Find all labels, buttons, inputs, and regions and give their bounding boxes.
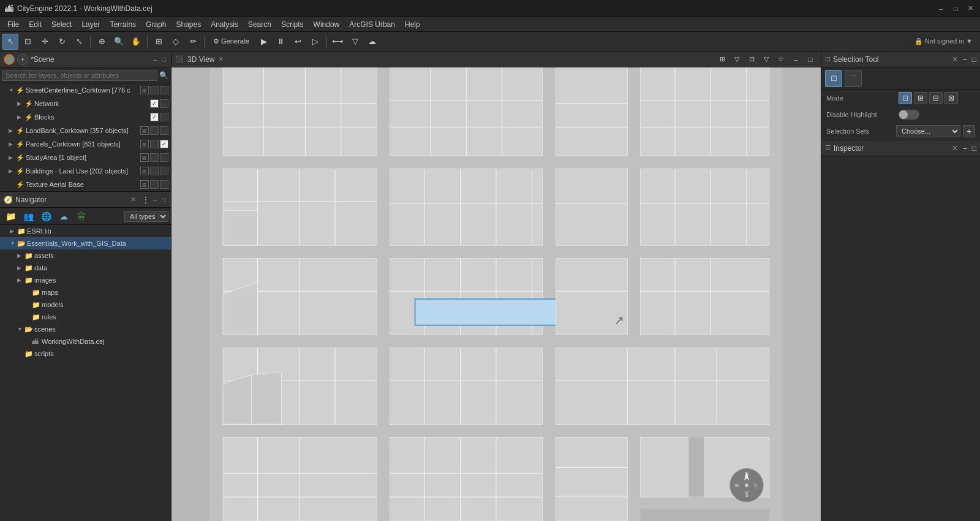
landbank-vis1[interactable]: [150, 126, 159, 135]
measure-opt[interactable]: ▽: [347, 34, 363, 50]
studyarea-sq1[interactable]: ▨: [140, 153, 149, 162]
view-tab-label[interactable]: 3D View: [187, 55, 214, 64]
studyarea-vis2[interactable]: [160, 153, 168, 162]
view-ctrl5[interactable]: ☆: [774, 53, 788, 66]
nav-type-filter[interactable]: All types: [124, 211, 168, 222]
blocks-vis2[interactable]: [160, 113, 168, 121]
gen-opt3[interactable]: ↩: [290, 34, 306, 50]
layer-network[interactable]: ▶ ⚡ Network ✓: [0, 97, 171, 110]
mode-btn-1[interactable]: ⊡: [899, 92, 912, 104]
menu-item-terrains[interactable]: Terrains: [105, 19, 141, 30]
texture-sq1[interactable]: ▨: [140, 180, 149, 189]
menu-item-edit[interactable]: Edit: [24, 19, 47, 30]
maximize-button[interactable]: □: [951, 4, 960, 13]
menu-item-graph[interactable]: Graph: [141, 19, 171, 30]
layer-search-icon[interactable]: 🔍: [159, 71, 168, 80]
buildings-sq1[interactable]: ▨: [140, 167, 149, 175]
menu-item-search[interactable]: Search: [243, 19, 276, 30]
draw-button[interactable]: ✏: [185, 34, 201, 50]
nav-item-scripts[interactable]: 📁 scripts: [0, 348, 171, 360]
menu-item-file[interactable]: File: [2, 19, 24, 30]
texture-vis2[interactable]: [160, 180, 168, 189]
st-expand-btn[interactable]: –: [963, 55, 967, 64]
measure-button[interactable]: ⟷: [330, 34, 346, 50]
selection-tool-close-btn[interactable]: ✕: [952, 55, 958, 64]
texture-vis1[interactable]: [150, 180, 159, 189]
scene-add-btn[interactable]: +: [17, 54, 28, 65]
nav-item-scenes[interactable]: ▼ 📂 scenes: [0, 323, 171, 335]
selection-sets-dropdown[interactable]: Choose...: [896, 125, 960, 137]
menu-item-scripts[interactable]: Scripts: [276, 19, 309, 30]
network-vis1[interactable]: ✓: [150, 99, 159, 108]
streetcenter-vis1[interactable]: [150, 86, 159, 94]
select-lasso-btn[interactable]: ⌒: [845, 70, 862, 87]
mode-btn-4[interactable]: ⊠: [944, 92, 958, 104]
parcels-vis1[interactable]: [150, 140, 159, 148]
blocks-vis1[interactable]: ✓: [150, 113, 159, 121]
buildings-vis1[interactable]: [150, 167, 159, 175]
nav-item-images[interactable]: ▶ 📁 images: [0, 274, 171, 286]
view-ctrl7[interactable]: □: [804, 53, 817, 66]
canvas-area[interactable]: N E S W ↗ Location 327863.30m 4689870.54…: [172, 67, 821, 521]
layer-blocks[interactable]: ▶ ⚡ Blocks ✓: [0, 110, 171, 124]
scale-tool-button[interactable]: ⤡: [71, 34, 87, 50]
nav-item-essentials[interactable]: ▼ 📂 Essentials_Work_with_GIS_Data: [0, 237, 171, 249]
nav-item-data[interactable]: ▶ 📁 data: [0, 262, 171, 274]
layer-buildings[interactable]: ▶ ⚡ Buildings - Land Use [202 objects] ▨: [0, 164, 171, 178]
streetcenter-vis2[interactable]: [160, 86, 168, 94]
minimize-button[interactable]: –: [936, 4, 946, 13]
menu-item-select[interactable]: Select: [47, 19, 77, 30]
nav-item-maps[interactable]: 📁 maps: [0, 286, 171, 299]
disable-highlight-toggle[interactable]: [899, 110, 919, 120]
rotate-tool-button[interactable]: ↻: [54, 34, 70, 50]
navigator-close-btn[interactable]: ✕: [129, 194, 137, 205]
move-tool-button[interactable]: ✛: [37, 34, 53, 50]
menu-item-shapes[interactable]: Shapes: [171, 19, 206, 30]
scene-minimize-btn[interactable]: –: [152, 55, 158, 64]
gen-opt4[interactable]: ▷: [307, 34, 323, 50]
inspector-close-btn[interactable]: ✕: [952, 144, 958, 153]
pan-button[interactable]: ✋: [128, 34, 144, 50]
gen-opt1[interactable]: ▶: [256, 34, 272, 50]
nav-network-btn[interactable]: 🌐: [38, 210, 54, 223]
layer-search-input[interactable]: [2, 70, 157, 81]
network-vis2[interactable]: [160, 99, 168, 108]
view-ctrl4[interactable]: ▽: [760, 53, 773, 66]
view-ctrl2[interactable]: ▽: [730, 53, 744, 66]
layers-button[interactable]: ⊞: [151, 34, 167, 50]
parcels-sq1[interactable]: ▨: [140, 140, 149, 148]
menu-item-analysis[interactable]: Analysis: [206, 19, 243, 30]
landbank-vis2[interactable]: [160, 126, 168, 135]
buildings-vis2[interactable]: [160, 167, 168, 175]
inspector-maxim-btn[interactable]: □: [972, 144, 976, 153]
menu-item-arcgis urban[interactable]: ArcGIS Urban: [344, 19, 400, 30]
nav-item-workingwithdata[interactable]: 🏙 WorkingWithData.cej: [0, 335, 171, 348]
nav-arcgis-btn[interactable]: 🏛: [74, 210, 89, 223]
layer-studyarea[interactable]: ▶ ⚡ StudyArea [1 object] ▨: [0, 151, 171, 164]
landbank-sq1[interactable]: ▨: [140, 126, 149, 135]
select-object-button[interactable]: ⊡: [20, 34, 36, 50]
layer-landbank[interactable]: ▶ ⚡ LandBank_Corktown [357 objects] ▨: [0, 124, 171, 137]
layer-texture[interactable]: ⚡ Texture Aerial Base ▨: [0, 178, 171, 191]
close-button[interactable]: ✕: [965, 4, 975, 13]
menu-item-layer[interactable]: Layer: [77, 19, 105, 30]
scene-maximize-btn[interactable]: □: [160, 55, 167, 64]
city-map-view[interactable]: N E S W ↗: [172, 67, 821, 521]
nav-item-rules[interactable]: 📁 rules: [0, 311, 171, 323]
navigator-maximize-btn[interactable]: □: [160, 195, 167, 205]
nav-item-models[interactable]: 📁 models: [0, 299, 171, 311]
view-ctrl3[interactable]: ⊡: [745, 53, 758, 66]
mode-btn-3[interactable]: ⊟: [929, 92, 943, 104]
navigator-minimize-btn[interactable]: –: [152, 195, 158, 205]
menu-item-help[interactable]: Help: [400, 19, 425, 30]
zoom-button[interactable]: 🔍: [111, 34, 127, 50]
select-tool-button[interactable]: ↖: [2, 34, 18, 50]
view-ctrl6[interactable]: –: [789, 53, 802, 66]
inspector-expand-btn[interactable]: –: [963, 144, 967, 153]
gen-opt2[interactable]: ⏸: [273, 34, 289, 50]
sign-in-button[interactable]: 🔒 Not signed in ▼: [910, 37, 978, 45]
view-ctrl1[interactable]: ⊞: [715, 53, 729, 66]
nav-item-esrilib[interactable]: ▶ 📁 ESRI.lib: [0, 225, 171, 237]
generate-button[interactable]: ⚙ Generate: [208, 34, 255, 50]
nav-item-assets[interactable]: ▶ 📁 assets: [0, 249, 171, 262]
